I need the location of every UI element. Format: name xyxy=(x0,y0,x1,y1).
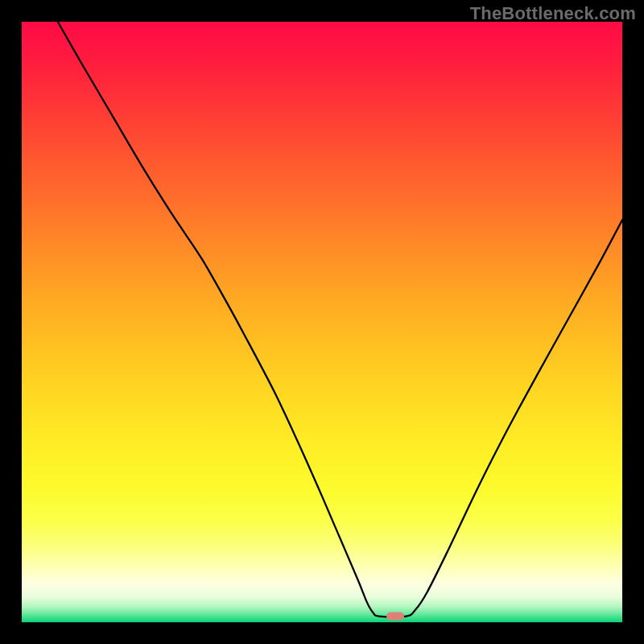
optimal-marker xyxy=(386,613,404,621)
gradient-background xyxy=(22,22,622,622)
chart-svg xyxy=(22,22,622,622)
watermark-text: TheBottleneck.com xyxy=(470,3,636,24)
chart-frame: TheBottleneck.com xyxy=(0,0,644,644)
chart-plot-area xyxy=(22,22,622,622)
